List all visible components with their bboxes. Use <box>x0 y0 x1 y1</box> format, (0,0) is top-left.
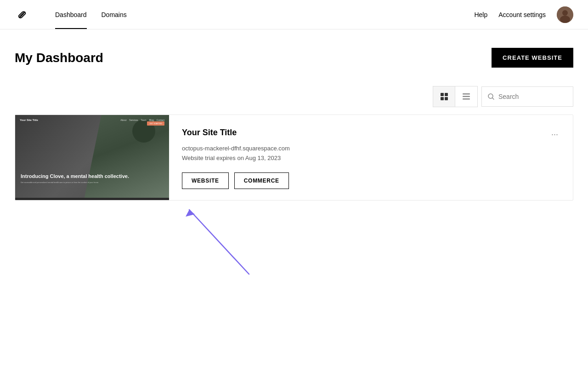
list-view-button[interactable] <box>455 86 477 107</box>
preview-site-title: Your Site Title <box>20 119 38 121</box>
grid-view-button[interactable] <box>433 86 455 107</box>
svg-rect-7 <box>445 97 448 100</box>
avatar-image <box>557 6 573 23</box>
main-content: My Dashboard CREATE WEBSITE <box>0 29 588 302</box>
trial-notice: Website trial expires on Aug 13, 2023 <box>182 155 560 161</box>
site-title: Your Site Title <box>182 128 237 138</box>
preview-nav-bar: Your Site Title About Services Team Blog… <box>15 119 169 121</box>
header-right: Help Account settings <box>474 6 573 23</box>
preview-heading: Introducing Clove, a mental health colle… <box>21 173 132 179</box>
site-info: Your Site Title ··· octopus-mackerel-dfh… <box>169 115 573 200</box>
site-title-row: Your Site Title ··· <box>182 128 560 141</box>
more-options-button[interactable]: ··· <box>549 128 560 141</box>
preview-text-block: Introducing Clove, a mental health colle… <box>21 173 132 184</box>
svg-point-2 <box>562 10 568 16</box>
svg-rect-6 <box>441 97 444 100</box>
svg-rect-10 <box>463 98 470 100</box>
search-container <box>481 86 573 107</box>
more-options-icon: ··· <box>551 130 558 139</box>
squarespace-logo-icon <box>15 7 29 22</box>
website-button[interactable]: WEBSITE <box>182 172 229 189</box>
page-header-row: My Dashboard CREATE WEBSITE <box>15 48 573 68</box>
help-link[interactable]: Help <box>474 11 487 18</box>
avatar[interactable] <box>557 6 573 23</box>
preview-background-shape <box>85 115 169 198</box>
preview-nav-link-services: Services <box>129 119 138 121</box>
preview-nav-link-about: About <box>120 119 126 121</box>
create-website-button[interactable]: CREATE WEBSITE <box>492 48 573 68</box>
preview-cta-button: GET STARTED <box>147 121 164 126</box>
main-nav: Dashboard Domains <box>48 0 134 29</box>
annotation-arrow-area <box>15 201 573 283</box>
search-input[interactable] <box>498 93 567 100</box>
grid-view-icon <box>440 92 449 101</box>
nav-domains[interactable]: Domains <box>94 0 134 29</box>
commerce-button[interactable]: COMMERCE <box>234 172 289 189</box>
site-preview: Your Site Title About Services Team Blog… <box>15 115 169 198</box>
view-toggle <box>433 86 478 107</box>
nav-dashboard[interactable]: Dashboard <box>48 0 94 29</box>
account-settings-link[interactable]: Account settings <box>498 11 546 18</box>
svg-marker-14 <box>186 210 195 217</box>
svg-rect-8 <box>463 93 470 95</box>
svg-rect-9 <box>463 96 470 98</box>
search-icon <box>487 93 495 100</box>
main-header: Dashboard Domains Help Account settings <box>0 0 588 29</box>
svg-line-12 <box>492 98 494 99</box>
site-actions: WEBSITE COMMERCE <box>182 172 560 189</box>
toolbar-row <box>15 86 573 107</box>
preview-nav-link-team: Team <box>141 119 147 121</box>
list-view-icon <box>462 92 471 101</box>
preview-body: Get accessible and personalized mental h… <box>21 181 132 184</box>
site-card: Your Site Title About Services Team Blog… <box>15 115 573 201</box>
logo[interactable] <box>15 7 33 22</box>
svg-point-3 <box>560 16 570 23</box>
svg-line-13 <box>189 210 249 274</box>
site-url: octopus-mackerel-dfhf.squarespace.com <box>182 145 560 152</box>
svg-rect-4 <box>441 93 444 96</box>
site-thumbnail: Your Site Title About Services Team Blog… <box>15 115 169 200</box>
annotation-arrow <box>175 201 267 283</box>
svg-rect-5 <box>445 93 448 96</box>
page-title: My Dashboard <box>15 51 103 65</box>
